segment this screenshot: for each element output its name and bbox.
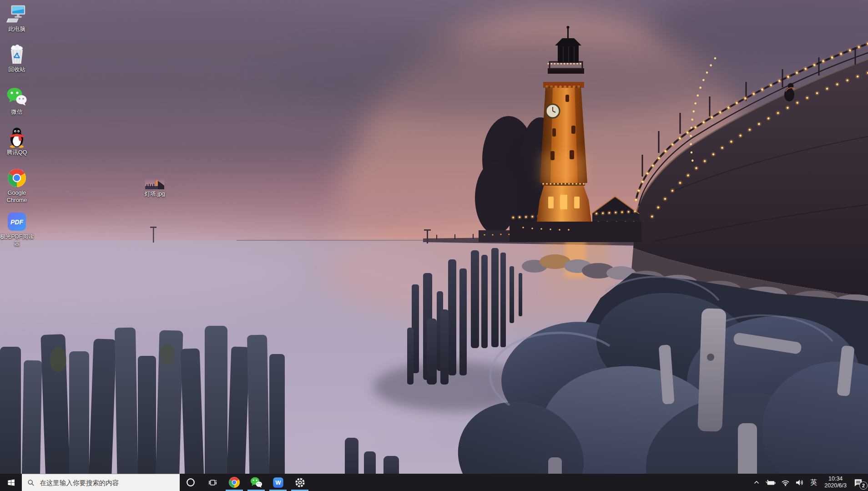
time-text: 10:34 <box>828 476 843 482</box>
desktop-icon-this-pc[interactable]: 此电脑 <box>0 4 35 33</box>
cortana-button[interactable] <box>180 474 202 491</box>
wps-taskbar-button[interactable]: W <box>267 474 289 491</box>
wechat-icon <box>250 477 262 488</box>
desktop-icon-chrome[interactable]: Google Chrome <box>0 167 35 204</box>
search-icon <box>27 479 35 487</box>
battery-status[interactable] <box>763 474 778 491</box>
task-view-icon <box>208 478 217 487</box>
desktop-icon-label: 极光PDF阅读器 <box>0 233 35 248</box>
task-view-button[interactable] <box>202 474 223 491</box>
start-button[interactable] <box>0 474 22 491</box>
date-text: 2020/6/3 <box>824 482 847 489</box>
wps-icon: W <box>273 477 284 488</box>
network-status[interactable] <box>778 474 792 491</box>
system-tray: 英 10:34 2020/6/3 2 <box>750 474 868 491</box>
battery-charging-icon <box>766 479 776 486</box>
desktop-file-label: 灯塔.jpg <box>144 191 165 198</box>
chrome-icon <box>6 167 27 188</box>
settings-taskbar-button[interactable] <box>289 474 311 491</box>
wechat-icon <box>6 86 27 107</box>
chevron-up-icon <box>753 479 760 486</box>
desktop-icon-label: Google Chrome <box>0 190 35 204</box>
desktop-icon-wechat[interactable]: 微信 <box>0 86 35 116</box>
desktop-icon-label: 回收站 <box>8 66 25 74</box>
svg-text:PDF: PDF <box>10 218 23 226</box>
desktop-icon-recycle-bin[interactable]: 回收站 <box>0 44 35 74</box>
clock[interactable]: 10:34 2020/6/3 <box>821 474 850 491</box>
recycle-bin-icon <box>6 44 27 65</box>
svg-text:W: W <box>275 480 281 486</box>
chrome-icon <box>228 476 240 488</box>
wallpaper-lighthouse-photo <box>0 0 868 491</box>
desktop-file-lighthouse-jpg[interactable]: 灯塔.jpg <box>137 177 172 198</box>
gear-icon <box>294 477 306 488</box>
volume-status[interactable] <box>792 474 807 491</box>
desktop-icon-label: 此电脑 <box>8 26 25 33</box>
image-thumbnail-icon <box>145 177 164 189</box>
taskbar-search-box[interactable] <box>22 474 180 491</box>
qq-icon <box>6 127 27 148</box>
windows-logo-icon <box>7 478 15 487</box>
pdf-reader-icon: PDF <box>6 211 27 232</box>
speaker-icon <box>795 479 804 486</box>
action-center-button[interactable]: 2 <box>850 474 868 491</box>
this-pc-icon <box>6 4 27 25</box>
wechat-taskbar-button[interactable] <box>245 474 267 491</box>
desktop-icon-qq[interactable]: 腾讯QQ <box>0 127 35 157</box>
desktop-icon-pdf-reader[interactable]: PDF 极光PDF阅读器 <box>0 211 35 248</box>
taskbar: W <box>0 474 868 491</box>
hidden-icons-button[interactable] <box>750 474 763 491</box>
chrome-taskbar-button[interactable] <box>223 474 245 491</box>
wifi-icon <box>781 479 790 486</box>
ime-label: 英 <box>810 478 817 487</box>
notification-badge: 2 <box>859 481 868 490</box>
cortana-icon <box>186 477 196 487</box>
desktop-icon-label: 微信 <box>11 109 23 116</box>
search-input[interactable] <box>39 479 174 487</box>
ime-indicator[interactable]: 英 <box>807 474 821 491</box>
desktop-icon-label: 腾讯QQ <box>7 149 27 157</box>
